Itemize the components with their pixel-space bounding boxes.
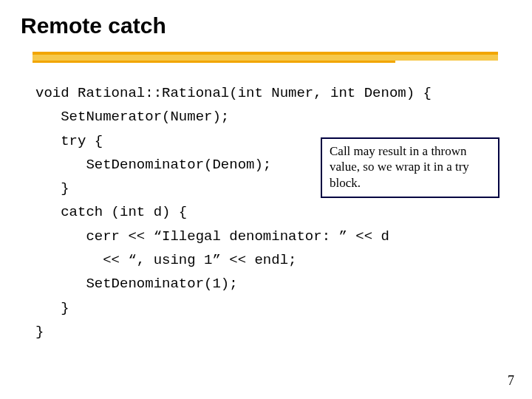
underline-stroke-mid [33, 55, 498, 61]
underline-stroke-bot [33, 61, 395, 63]
title-underline [33, 52, 498, 65]
slide: Remote catch void Rational::Rational(int… [0, 0, 532, 399]
slide-title: Remote catch [0, 13, 532, 38]
annotation-callout: Call may result in a thrown value, so we… [321, 137, 499, 198]
code-block: void Rational::Rational(int Numer, int D… [35, 81, 532, 344]
page-number: 7 [508, 373, 514, 389]
